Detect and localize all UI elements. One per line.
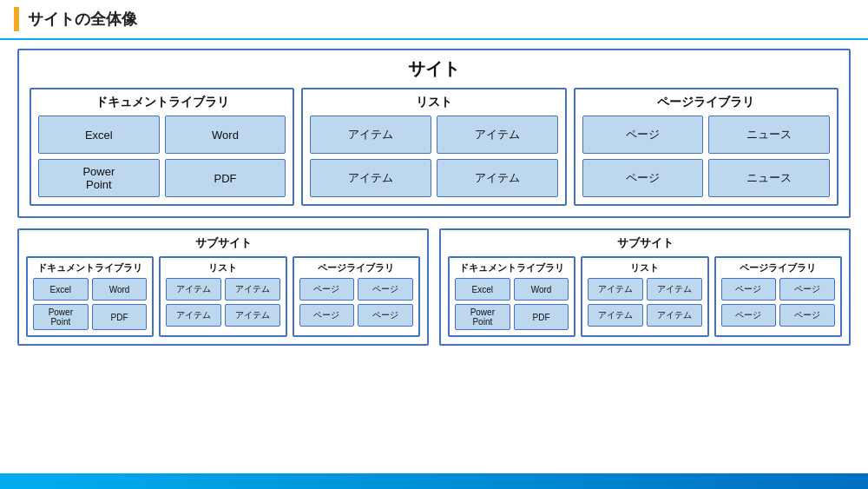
sub1-list: リスト アイテム アイテム アイテム アイテム	[159, 256, 286, 337]
sub1-page-library-grid: ページ ページ ページ ページ	[299, 278, 413, 327]
sub2-page-library-title: ページライブラリ	[721, 261, 835, 274]
sub1-page-library: ページライブラリ ページ ページ ページ ページ	[293, 256, 420, 337]
list-item: ページ	[299, 278, 355, 301]
main-doc-library: ドキュメントライブラリ Excel Word PowerPoint PDF	[30, 88, 294, 206]
sub2-page-library: ページライブラリ ページ ページ ページ ページ	[714, 256, 842, 337]
list-item: PowerPoint	[33, 304, 89, 330]
main-list-grid: アイテム アイテム アイテム アイテム	[310, 116, 557, 197]
list-item: ニュース	[708, 116, 830, 154]
list-item: アイテム	[588, 304, 643, 327]
list-item: アイテム	[310, 116, 431, 154]
sub1-page-library-title: ページライブラリ	[299, 261, 413, 274]
sub2-page-library-grid: ページ ページ ページ ページ	[721, 278, 835, 327]
subsite-2-title: サブサイト	[448, 235, 842, 251]
main-list-title: リスト	[310, 95, 557, 110]
list-item: ページ	[721, 278, 777, 301]
sub1-doc-library-title: ドキュメントライブラリ	[33, 261, 147, 274]
main-doc-library-grid: Excel Word PowerPoint PDF	[38, 116, 286, 197]
page-title: サイトの全体像	[28, 9, 137, 30]
list-item: アイテム	[166, 278, 221, 301]
list-item: Word	[165, 116, 286, 154]
page-header: サイトの全体像	[0, 0, 868, 40]
main-page-library-title: ページライブラリ	[582, 95, 830, 110]
main-content: サイト ドキュメントライブラリ Excel Word PowerPoint PD…	[0, 40, 868, 354]
subsite-1-container: サブサイト ドキュメントライブラリ Excel Word PowerPoint …	[17, 228, 429, 346]
list-item: アイテム	[225, 304, 280, 327]
list-item: Excel	[38, 116, 160, 154]
list-item: Word	[92, 278, 148, 301]
header-accent	[14, 7, 19, 31]
list-item: PDF	[92, 304, 148, 330]
list-item: Excel	[33, 278, 89, 301]
main-page-library-grid: ページ ニュース ページ ニュース	[582, 116, 830, 197]
subsite-2-libraries-row: ドキュメントライブラリ Excel Word PowerPoint PDF リス…	[448, 256, 842, 337]
list-item: PDF	[514, 304, 569, 330]
list-item: ページ	[779, 304, 835, 327]
sub2-doc-library-title: ドキュメントライブラリ	[455, 261, 569, 274]
list-item: アイテム	[225, 278, 280, 301]
main-site-title: サイト	[30, 57, 838, 81]
list-item: ページ	[779, 278, 835, 301]
list-item: PDF	[165, 159, 286, 197]
list-item: ページ	[358, 278, 413, 301]
main-doc-library-title: ドキュメントライブラリ	[38, 95, 286, 110]
main-list: リスト アイテム アイテム アイテム アイテム	[301, 88, 566, 206]
list-item: Excel	[455, 278, 510, 301]
list-item: PowerPoint	[38, 159, 160, 197]
subsite-1-title: サブサイト	[26, 235, 420, 251]
list-item: アイテム	[437, 159, 558, 197]
main-libraries-row: ドキュメントライブラリ Excel Word PowerPoint PDF リス…	[30, 88, 838, 206]
list-item: ページ	[299, 304, 355, 327]
sub1-list-grid: アイテム アイテム アイテム アイテム	[166, 278, 279, 327]
subsite-1-libraries-row: ドキュメントライブラリ Excel Word PowerPoint PDF リス…	[26, 256, 420, 337]
sub1-doc-library: ドキュメントライブラリ Excel Word PowerPoint PDF	[26, 256, 154, 337]
subsite-2-container: サブサイト ドキュメントライブラリ Excel Word PowerPoint …	[439, 228, 851, 346]
list-item: ページ	[358, 304, 413, 327]
list-item: ページ	[582, 159, 704, 197]
main-page-library: ページライブラリ ページ ニュース ページ ニュース	[574, 88, 838, 206]
list-item: アイテム	[310, 159, 431, 197]
sub2-doc-library-grid: Excel Word PowerPoint PDF	[455, 278, 569, 330]
list-item: アイテム	[166, 304, 221, 327]
list-item: アイテム	[437, 116, 558, 154]
list-item: ページ	[582, 116, 704, 154]
list-item: ニュース	[708, 159, 830, 197]
sub2-list-title: リスト	[588, 261, 701, 274]
list-item: PowerPoint	[455, 304, 510, 330]
list-item: アイテム	[647, 304, 702, 327]
list-item: Word	[514, 278, 569, 301]
subsites-row: サブサイト ドキュメントライブラリ Excel Word PowerPoint …	[17, 228, 851, 346]
sub2-list: リスト アイテム アイテム アイテム アイテム	[581, 256, 708, 337]
sub2-list-grid: アイテム アイテム アイテム アイテム	[588, 278, 701, 327]
list-item: アイテム	[647, 278, 702, 301]
sub1-list-title: リスト	[166, 261, 279, 274]
main-site-container: サイト ドキュメントライブラリ Excel Word PowerPoint PD…	[17, 49, 851, 218]
bottom-bar	[0, 473, 868, 489]
sub1-doc-library-grid: Excel Word PowerPoint PDF	[33, 278, 147, 330]
list-item: ページ	[721, 304, 777, 327]
list-item: アイテム	[588, 278, 643, 301]
sub2-doc-library: ドキュメントライブラリ Excel Word PowerPoint PDF	[448, 256, 575, 337]
